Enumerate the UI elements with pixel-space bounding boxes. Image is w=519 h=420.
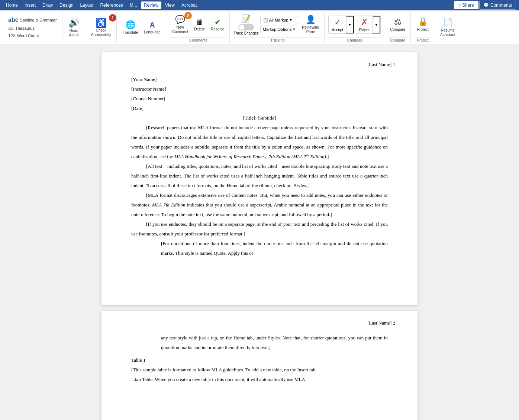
all-markup-arrow: ▼ — [289, 18, 293, 22]
language-button[interactable]: A Language — [142, 19, 163, 36]
new-comment-button[interactable]: 💬 2 New Comment — [170, 13, 190, 36]
menu-references[interactable]: References — [97, 1, 126, 9]
menu-acrobat[interactable]: Acrobat — [178, 1, 200, 9]
markup-options-arrow: ▼ — [292, 27, 296, 31]
changes-group-label: Changes — [328, 37, 381, 43]
page-1-header: [Last Name] 1 — [367, 60, 395, 69]
doc-para-2: [All text—including titles, quotations, … — [131, 162, 388, 191]
resume-icon: 📄 — [443, 18, 453, 27]
comments-icon: 💬 — [483, 3, 489, 8]
ribbon-group-language: 🌐 Translate A Language — [117, 12, 166, 43]
document-area: [Last Name] 1 [Your Name] [Instructor Na… — [0, 45, 519, 420]
ribbon: abc Spelling & Grammar 📖 Thesaurus 123 W… — [0, 10, 519, 45]
resume-assistant-button[interactable]: 📄 Resume Assistant — [438, 16, 458, 39]
ribbon-group-tracking: 📝 Track Changes 📋 All Markup ▼ Markup Op… — [231, 12, 325, 43]
page-2-header: [Last Name] 2 — [367, 318, 395, 328]
track-changes-section: 📝 Track Changes — [233, 14, 258, 35]
doc-table-desc-1: [This sample table is formatted to follo… — [131, 365, 388, 375]
new-comment-icon: 💬 — [175, 15, 185, 25]
reject-button[interactable]: ✗ Reject — [356, 16, 373, 33]
check-accessibility-button[interactable]: ♿ Check Accessibility 1 — [89, 16, 113, 39]
markup-options-dropdown[interactable]: Markup Options ▼ — [260, 26, 299, 33]
track-changes-toggle[interactable] — [238, 24, 254, 30]
menu-view[interactable]: View — [162, 1, 178, 9]
compare-group-label: Compare — [388, 37, 407, 43]
menu-home[interactable]: Home — [3, 1, 21, 9]
doc-course-number: [Course Number] — [131, 94, 388, 104]
ribbon-group-accessibility: ♿ Check Accessibility 1 — [86, 12, 117, 43]
read-aloud-icon: 🔊 — [68, 17, 80, 28]
menu-review[interactable]: Review — [141, 1, 161, 9]
delete-icon: 🗑 — [196, 18, 203, 26]
protect-icon: 🔒 — [418, 17, 428, 27]
comments-group-label: Comments — [170, 37, 226, 43]
compare-button[interactable]: ⚖ Compare — [388, 16, 407, 33]
ribbon-group-protect: 🔒 Protect Protect — [412, 12, 434, 43]
doc-para-1: [Research papers that use MLA format do … — [131, 123, 388, 162]
toggle-knob — [239, 25, 244, 30]
spelling-icon: abc — [8, 17, 19, 23]
markup-icon: 📋 — [263, 17, 268, 23]
ribbon-group-comments: 💬 2 New Comment 🗑 Delete ✔ Resolve Comme… — [167, 12, 230, 43]
proofing-items: abc Spelling & Grammar 📖 Thesaurus 123 W… — [6, 16, 59, 39]
reject-icon: ✗ — [361, 17, 368, 27]
accept-button[interactable]: ✓ Accept — [329, 16, 346, 33]
word-count-icon: 123 — [8, 33, 16, 38]
thesaurus-icon: 📖 — [8, 26, 14, 31]
tracking-group-label: Tracking — [233, 37, 321, 43]
spelling-grammar-button[interactable]: abc Spelling & Grammar — [6, 16, 59, 24]
menu-layout[interactable]: Layout — [77, 1, 96, 9]
doc-date: [Date] — [131, 104, 388, 113]
doc-block-quote-1: [For quotations of more than four lines,… — [161, 239, 388, 258]
translate-button[interactable]: 🌐 Translate — [120, 19, 140, 36]
language-icon: A — [149, 21, 155, 29]
protect-group-label: Protect — [415, 37, 431, 43]
page-1: [Last Name] 1 [Your Name] [Instructor Na… — [101, 52, 418, 305]
doc-table-desc-2: ...tap Table. When you create a new tabl… — [131, 375, 388, 384]
doc-your-name: [Your Name] — [131, 75, 388, 84]
accept-split-button: ✓ Accept ▼ — [328, 16, 354, 34]
translate-icon: 🌐 — [125, 20, 135, 30]
thesaurus-button[interactable]: 📖 Thesaurus — [6, 25, 59, 32]
share-icon: ↑ — [458, 3, 461, 8]
reject-dropdown[interactable]: ▼ — [373, 16, 380, 33]
ribbon-group-resume: 📄 Resume Assistant — [435, 12, 461, 43]
doc-para-4: [If you use endnotes, they should be on … — [131, 219, 388, 239]
resolve-icon: ✔ — [215, 17, 221, 26]
doc-title: [Title]: [Subtitle] — [131, 113, 388, 123]
compare-icon: ⚖ — [394, 17, 402, 27]
doc-instructor-name: [Instructor Name] — [131, 84, 388, 94]
ribbon-group-proofing: abc Spelling & Grammar 📖 Thesaurus 123 W… — [3, 12, 62, 43]
doc-para-3: [MLA format discourages extensive use of… — [131, 191, 388, 219]
menu-draw[interactable]: Draw — [39, 1, 56, 9]
badge-2: 2 — [184, 12, 192, 19]
accept-dropdown[interactable]: ▼ — [346, 16, 354, 33]
reject-split-button: ✗ Reject ▼ — [356, 16, 381, 34]
doc-table-label: Table 1 — [131, 355, 388, 365]
ribbon-group-changes: ✓ Accept ▼ ✗ Reject ▼ Changes — [325, 12, 384, 43]
ribbon-group-compare: ⚖ Compare Compare — [385, 12, 411, 43]
badge-1: 1 — [109, 14, 116, 22]
accessibility-icon: ♿ — [96, 18, 107, 28]
track-changes-label: Track Changes — [233, 31, 258, 35]
accept-icon: ✓ — [334, 17, 341, 27]
reviewing-icon: 👤 — [306, 15, 316, 25]
comments-button[interactable]: 💬 Comments — [479, 1, 516, 10]
delete-comment-button[interactable]: 🗑 Delete — [192, 16, 207, 33]
menu-mailings[interactable]: M... — [127, 1, 140, 9]
word-count-button[interactable]: 123 Word Count — [6, 32, 59, 39]
resolve-comment-button[interactable]: ✔ Resolve — [209, 16, 226, 33]
menu-insert[interactable]: Insert — [22, 1, 39, 9]
doc-block-quote-cont: any text style with just a tap, on the H… — [161, 333, 388, 352]
reviewing-pane-button[interactable]: 👤 Reviewing Pane — [300, 13, 321, 36]
track-changes-icon: 📝 — [242, 14, 251, 23]
menu-design[interactable]: Design — [57, 1, 76, 9]
markup-controls: 📋 All Markup ▼ Markup Options ▼ — [260, 16, 299, 33]
all-markup-dropdown[interactable]: 📋 All Markup ▼ — [260, 16, 299, 24]
read-aloud-button[interactable]: 🔊 Read Aloud — [66, 16, 82, 39]
protect-button[interactable]: 🔒 Protect — [415, 16, 431, 33]
page-2: [Last Name] 2 any text style with just a… — [101, 311, 418, 420]
share-button[interactable]: ↑ Share — [454, 1, 478, 9]
menu-bar: Home Insert Draw Design Layout Reference… — [0, 0, 519, 10]
ribbon-group-speech: 🔊 Read Aloud — [63, 12, 85, 43]
